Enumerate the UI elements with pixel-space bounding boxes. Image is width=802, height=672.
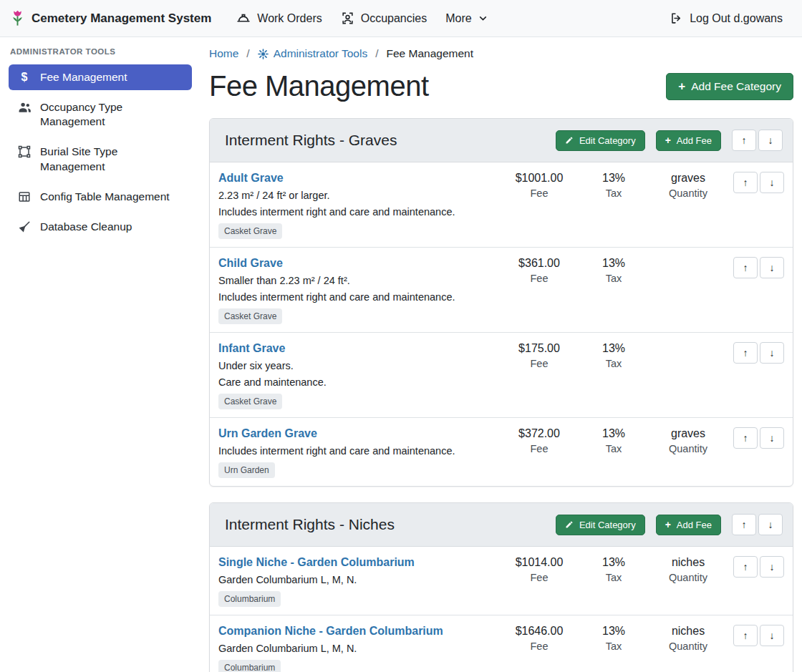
- quantity-label: Quantity: [651, 572, 725, 583]
- fee-amount: $1001.00: [502, 172, 576, 185]
- move-fee-up-button[interactable]: ↑: [733, 342, 758, 364]
- move-fee-up-button[interactable]: ↑: [733, 427, 758, 449]
- fee-description: Care and maintenance.: [218, 376, 496, 388]
- move-fee-up-button[interactable]: ↑: [733, 556, 758, 578]
- fee-row: Adult Grave 2.23 m² / 24 ft² or larger. …: [210, 162, 793, 248]
- nav-work-orders[interactable]: Work Orders: [227, 6, 331, 31]
- quantity-column: graves Quantity: [651, 427, 725, 454]
- tulip-logo-icon: [10, 9, 25, 28]
- sidebar-item-label: Burial Site Type Management: [40, 145, 183, 173]
- edit-category-button[interactable]: Edit Category: [556, 130, 645, 151]
- edit-category-button[interactable]: Edit Category: [556, 515, 645, 535]
- move-category-up-button[interactable]: ↑: [732, 514, 756, 535]
- table-icon: [17, 190, 32, 203]
- pencil-icon: [565, 136, 574, 145]
- fee-name-link[interactable]: Urn Garden Grave: [218, 427, 317, 440]
- breadcrumb: Home / Administrator Tools / Fee Managem…: [209, 47, 793, 60]
- move-fee-up-button[interactable]: ↑: [733, 625, 758, 646]
- fee-amount-column: $175.00 Fee: [502, 342, 576, 369]
- main-content: Home / Administrator Tools / Fee Managem…: [200, 37, 802, 672]
- fee-amount-label: Fee: [502, 358, 576, 369]
- breadcrumb-admin-tools-label: Administrator Tools: [274, 47, 368, 60]
- fee-type-badge: Casket Grave: [218, 223, 282, 239]
- sidebar-item-burial-site-type-management[interactable]: Burial Site Type Management: [9, 139, 192, 179]
- fee-name-link[interactable]: Companion Niche - Garden Columbarium: [218, 625, 443, 638]
- tax-label: Tax: [576, 641, 651, 652]
- fee-amount: $361.00: [502, 257, 576, 270]
- chevron-down-icon: [478, 14, 488, 23]
- fee-description: Garden Columbarium L, M, N.: [218, 643, 496, 654]
- fee-type-badge: Columbarium: [218, 591, 281, 607]
- broom-icon: [17, 220, 32, 233]
- move-fee-down-button[interactable]: ↓: [760, 556, 784, 578]
- fee-amount-column: $1014.00 Fee: [502, 556, 576, 583]
- fee-amount: $1646.00: [502, 625, 576, 638]
- fee-amount-column: $361.00 Fee: [502, 257, 576, 284]
- nav-occupancies-label: Occupancies: [361, 12, 427, 25]
- move-fee-down-button[interactable]: ↓: [760, 172, 784, 193]
- occupant-frame-icon: [341, 11, 354, 25]
- move-fee-down-button[interactable]: ↓: [760, 427, 784, 449]
- fee-row: Infant Grave Under six years. Care and m…: [210, 333, 793, 418]
- fee-name-link[interactable]: Child Grave: [218, 257, 283, 270]
- sidebar-item-label: Config Table Management: [40, 190, 170, 204]
- move-fee-down-button[interactable]: ↓: [760, 625, 784, 646]
- plus-icon: +: [678, 80, 685, 92]
- fee-row: Child Grave Smaller than 2.23 m² / 24 ft…: [210, 248, 793, 333]
- category-header: Interment Rights - Graves Edit Category …: [210, 119, 793, 162]
- add-fee-category-label: Add Fee Category: [691, 80, 781, 93]
- quantity-value: graves: [651, 427, 725, 440]
- sidebar-item-label: Occupancy Type Management: [40, 100, 183, 129]
- gear-icon: [258, 49, 269, 59]
- tax-column: 13% Tax: [576, 257, 651, 284]
- fee-type-badge: Casket Grave: [218, 394, 282, 409]
- move-category-up-button[interactable]: ↑: [732, 130, 756, 151]
- category-title: Interment Rights - Graves: [225, 132, 556, 149]
- breadcrumb-home-label: Home: [209, 47, 238, 60]
- logout-link[interactable]: Log Out d.gowans: [660, 6, 792, 31]
- fee-name-link[interactable]: Single Niche - Garden Columbarium: [218, 556, 415, 569]
- users-icon: [17, 101, 32, 113]
- tax-column: 13% Tax: [576, 556, 651, 583]
- nav-occupancies[interactable]: Occupancies: [332, 6, 437, 31]
- move-category-down-button[interactable]: ↓: [758, 130, 783, 151]
- quantity-value: niches: [651, 625, 725, 638]
- add-fee-label: Add Fee: [677, 135, 712, 146]
- admin-tools-sidebar: ADMINISTRATOR TOOLS $ Fee Management Occ…: [0, 37, 200, 244]
- fee-amount: $1014.00: [502, 556, 576, 569]
- sidebar-item-config-table-management[interactable]: Config Table Management: [9, 184, 192, 210]
- tax-label: Tax: [576, 443, 651, 454]
- breadcrumb-home-link[interactable]: Home: [209, 47, 238, 60]
- breadcrumb-separator: /: [246, 47, 249, 60]
- fee-description: Includes interment right and care and ma…: [218, 291, 496, 303]
- vector-square-icon: [17, 145, 32, 158]
- fee-amount-label: Fee: [502, 273, 576, 284]
- add-fee-button[interactable]: + Add Fee: [656, 515, 721, 535]
- sidebar-item-database-cleanup[interactable]: Database Cleanup: [9, 214, 192, 240]
- fee-amount-label: Fee: [502, 188, 576, 199]
- tax-column: 13% Tax: [576, 172, 651, 199]
- sidebar-item-label: Fee Management: [40, 70, 127, 84]
- tax-column: 13% Tax: [576, 342, 651, 369]
- fee-name-link[interactable]: Adult Grave: [218, 172, 284, 185]
- top-navbar: Cemetery Management System Work Orders O…: [0, 0, 802, 37]
- move-fee-up-button[interactable]: ↑: [733, 257, 758, 278]
- sidebar-item-fee-management[interactable]: $ Fee Management: [9, 64, 192, 90]
- nav-more[interactable]: More: [436, 6, 496, 31]
- fee-name-link[interactable]: Infant Grave: [218, 342, 285, 355]
- tax-value: 13%: [576, 556, 651, 569]
- sidebar-item-occupancy-type-management[interactable]: Occupancy Type Management: [9, 94, 192, 135]
- move-fee-down-button[interactable]: ↓: [760, 342, 784, 364]
- fee-amount-column: $1646.00 Fee: [502, 625, 576, 652]
- add-fee-label: Add Fee: [677, 520, 712, 530]
- add-fee-category-button[interactable]: + Add Fee Category: [666, 73, 793, 100]
- move-category-down-button[interactable]: ↓: [758, 514, 783, 535]
- move-fee-up-button[interactable]: ↑: [733, 172, 758, 193]
- breadcrumb-admin-tools-link[interactable]: Administrator Tools: [258, 47, 368, 60]
- add-fee-button[interactable]: + Add Fee: [656, 130, 721, 151]
- fee-amount-column: $1001.00 Fee: [502, 172, 576, 199]
- breadcrumb-current: Fee Management: [387, 47, 474, 60]
- fee-row: Single Niche - Garden Columbarium Garden…: [210, 547, 793, 615]
- app-brand[interactable]: Cemetery Management System: [10, 9, 211, 28]
- move-fee-down-button[interactable]: ↓: [760, 257, 784, 278]
